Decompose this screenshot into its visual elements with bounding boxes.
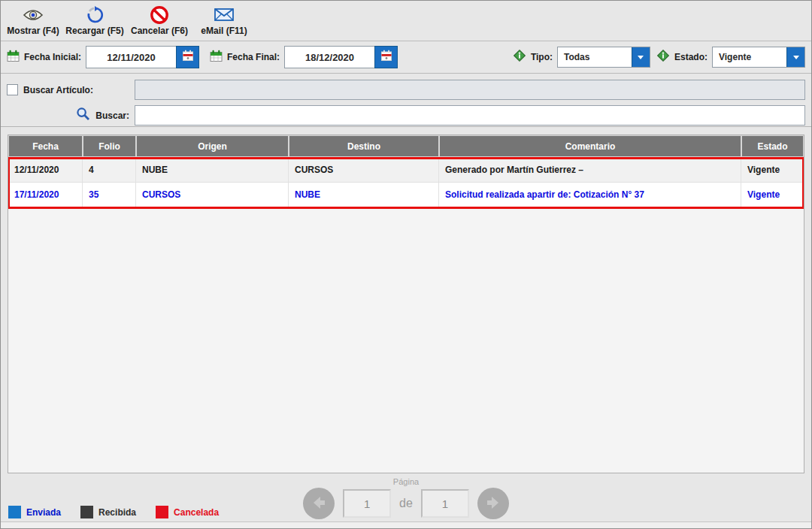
arrow-left-icon bbox=[310, 494, 328, 514]
legend-swatch-enviada bbox=[8, 506, 21, 518]
buscar-articulo-row: Buscar Artículo: bbox=[7, 80, 805, 100]
buscar-articulo-label: Buscar Artículo: bbox=[23, 85, 93, 95]
fecha-final-picker-button[interactable] bbox=[374, 46, 398, 68]
tipo-dropdown-button[interactable] bbox=[632, 47, 650, 67]
fecha-final-label: Fecha Final: bbox=[227, 52, 280, 62]
cell-estado: Vigente bbox=[741, 157, 804, 182]
column-header-comentario[interactable]: Comentario bbox=[439, 135, 741, 157]
cell-destino: CURSOS bbox=[289, 157, 439, 182]
legend-swatch-cancelada bbox=[156, 506, 168, 518]
cell-comentario: Solicitud realizada apartir de: Cotizaci… bbox=[439, 183, 741, 207]
buscar-row: Buscar: bbox=[7, 105, 805, 125]
status-legend: Enviada Recibida Cancelada bbox=[8, 506, 219, 518]
legend-item-recibida: Recibida bbox=[80, 506, 136, 518]
email-icon bbox=[214, 6, 235, 24]
legend-label-enviada: Enviada bbox=[26, 507, 61, 518]
fecha-final-group: Fecha Final: bbox=[210, 46, 398, 68]
cell-origen: NUBE bbox=[136, 157, 289, 182]
legend-label-recibida: Recibida bbox=[98, 507, 136, 518]
cell-estado: Vigente bbox=[741, 183, 804, 207]
cell-folio: 4 bbox=[83, 157, 136, 182]
chevron-down-icon bbox=[793, 56, 799, 59]
status-strip bbox=[1, 521, 811, 528]
info-diamond-icon bbox=[513, 49, 526, 65]
chevron-down-icon bbox=[638, 56, 644, 59]
total-pages-input[interactable] bbox=[421, 489, 469, 518]
mostrar-button[interactable]: Mostrar (F4) bbox=[4, 2, 62, 40]
column-header-estado[interactable]: Estado bbox=[741, 135, 804, 157]
calendar-picker-icon bbox=[380, 50, 392, 65]
email-button[interactable]: eMail (F11) bbox=[192, 2, 256, 40]
cancelar-button-label: Cancelar (F6) bbox=[131, 26, 188, 36]
column-header-destino[interactable]: Destino bbox=[289, 135, 439, 157]
toolbar: Mostrar (F4) Recargar (F5) Cancelar (F6) bbox=[1, 1, 811, 41]
buscar-label: Buscar: bbox=[95, 110, 129, 121]
next-page-button[interactable] bbox=[477, 488, 509, 519]
tipo-select[interactable]: Todas bbox=[557, 47, 650, 68]
buscar-left: Buscar: bbox=[7, 107, 135, 124]
cell-folio: 35 bbox=[83, 183, 136, 207]
arrow-right-icon bbox=[484, 494, 502, 514]
tipo-label: Tipo: bbox=[531, 52, 553, 62]
fecha-inicial-label: Fecha Inicial: bbox=[24, 52, 81, 62]
table-header-row: Fecha Folio Origen Destino Comentario Es… bbox=[8, 135, 804, 157]
legend-swatch-recibida bbox=[80, 506, 93, 518]
estado-select[interactable]: Vigente bbox=[712, 47, 805, 68]
refresh-icon bbox=[86, 6, 104, 24]
legend-item-enviada: Enviada bbox=[8, 506, 61, 518]
mostrar-button-label: Mostrar (F4) bbox=[7, 26, 59, 36]
buscar-articulo-input[interactable] bbox=[135, 80, 805, 100]
search-section: Buscar Artículo: Buscar: bbox=[1, 74, 811, 127]
search-icon bbox=[76, 107, 90, 124]
current-page-input[interactable] bbox=[343, 489, 391, 518]
buscar-input[interactable] bbox=[135, 105, 805, 125]
fecha-inicial-picker-button[interactable] bbox=[176, 46, 199, 68]
recargar-button[interactable]: Recargar (F5) bbox=[62, 2, 127, 40]
legend-item-cancelada: Cancelada bbox=[156, 506, 219, 518]
email-button-label: eMail (F11) bbox=[201, 26, 247, 36]
buscar-articulo-left: Buscar Artículo: bbox=[7, 84, 135, 95]
fecha-inicial-input[interactable] bbox=[86, 46, 176, 68]
table-row[interactable]: 12/11/2020 4 NUBE CURSOS Generado por Ma… bbox=[8, 157, 804, 182]
calendar-icon bbox=[7, 50, 20, 65]
legend-label-cancelada: Cancelada bbox=[174, 507, 219, 518]
pagination: Página de bbox=[303, 477, 509, 519]
results-table: Fecha Folio Origen Destino Comentario Es… bbox=[8, 135, 804, 473]
estado-selected-value: Vigente bbox=[713, 47, 786, 67]
table-row[interactable]: 17/11/2020 35 CURSOS NUBE Solicitud real… bbox=[8, 182, 804, 207]
bottom-bar: Página de bbox=[1, 475, 811, 521]
previous-page-button[interactable] bbox=[303, 488, 335, 519]
info-diamond-icon bbox=[656, 49, 670, 65]
pagination-separator: de bbox=[399, 497, 413, 510]
column-header-origen[interactable]: Origen bbox=[136, 135, 289, 157]
cell-comentario: Generado por Martín Gutierrez – bbox=[439, 157, 741, 182]
column-header-fecha[interactable]: Fecha bbox=[8, 135, 83, 157]
fecha-final-input[interactable] bbox=[284, 46, 374, 68]
tipo-selected-value: Todas bbox=[558, 47, 632, 67]
estado-label: Estado: bbox=[674, 52, 707, 62]
tipo-group: Tipo: Todas bbox=[513, 47, 650, 68]
recargar-button-label: Recargar (F5) bbox=[65, 26, 123, 36]
estado-dropdown-button[interactable] bbox=[786, 47, 804, 67]
app-window: Mostrar (F4) Recargar (F5) Cancelar (F6) bbox=[0, 0, 812, 529]
eye-icon bbox=[23, 6, 44, 24]
cell-fecha: 12/11/2020 bbox=[8, 157, 83, 182]
fecha-inicial-group: Fecha Inicial: bbox=[7, 46, 199, 68]
cancelar-button[interactable]: Cancelar (F6) bbox=[127, 2, 192, 40]
cell-fecha: 17/11/2020 bbox=[8, 183, 83, 207]
cell-origen: CURSOS bbox=[136, 183, 289, 207]
column-header-folio[interactable]: Folio bbox=[83, 135, 136, 157]
filter-bar: Fecha Inicial: bbox=[1, 41, 811, 74]
pagination-label: Página bbox=[393, 477, 419, 486]
calendar-picker-icon bbox=[182, 50, 194, 65]
buscar-articulo-checkbox[interactable] bbox=[7, 84, 18, 95]
cancel-icon bbox=[150, 6, 169, 24]
pagination-controls: de bbox=[303, 488, 509, 519]
calendar-icon bbox=[210, 50, 223, 65]
cell-destino: NUBE bbox=[289, 183, 439, 207]
table-section: Fecha Folio Origen Destino Comentario Es… bbox=[1, 127, 811, 475]
estado-group: Estado: Vigente bbox=[656, 47, 805, 68]
